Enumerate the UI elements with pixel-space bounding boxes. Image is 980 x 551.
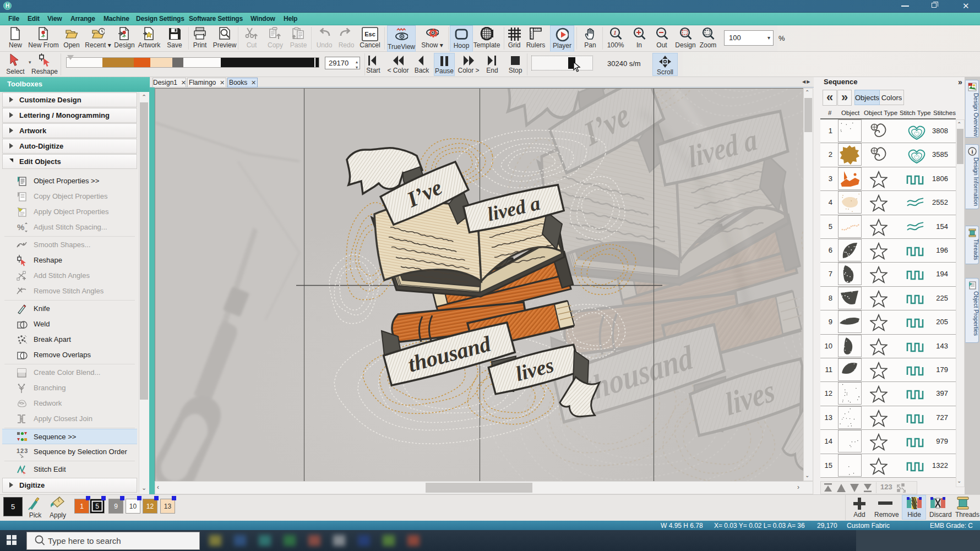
svg-text:i: i (971, 148, 973, 155)
svg-text:123: 123 (17, 448, 28, 454)
svg-text:Esc: Esc (364, 31, 375, 37)
svg-text:1: 1 (613, 29, 617, 36)
svg-text:%: % (17, 222, 24, 232)
